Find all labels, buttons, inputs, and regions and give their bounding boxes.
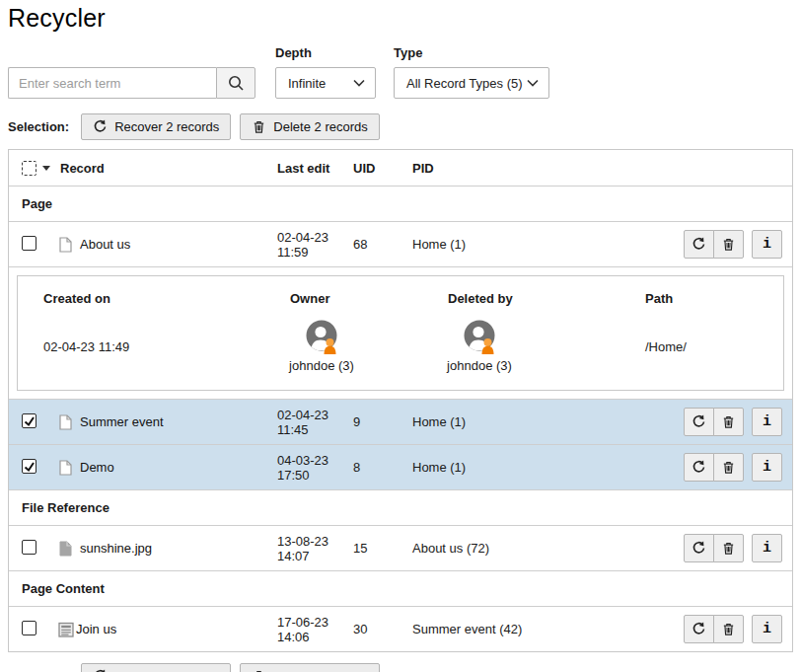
group-header-page-content: Page Content xyxy=(9,570,792,606)
table-header-row: Record Last edit UID PID xyxy=(9,150,792,186)
page-icon xyxy=(58,414,73,430)
table-row[interactable]: Join us 17-06-23 14:06 30 Summer event (… xyxy=(9,606,792,651)
file-icon xyxy=(58,541,73,557)
table-row[interactable]: sunshine.jpg 13-08-23 14:07 15 About us … xyxy=(9,525,792,570)
record-pid: Home (1) xyxy=(412,237,676,252)
detail-deleted-by-label: Deleted by xyxy=(448,291,645,306)
record-uid: 15 xyxy=(353,541,412,556)
record-title: Join us xyxy=(76,622,116,636)
detail-deleted-by: johndoe (3) xyxy=(442,320,517,373)
check-icon xyxy=(23,460,36,473)
trash-icon xyxy=(721,460,736,475)
check-icon xyxy=(23,414,36,427)
record-uid: 30 xyxy=(353,622,412,636)
info-icon: i xyxy=(763,621,771,637)
recover-record-button[interactable] xyxy=(684,453,714,482)
table-row[interactable]: Demo 04-03-23 17:50 8 Home (1) i xyxy=(9,444,792,489)
detail-owner-value: johndoe (3) xyxy=(289,358,354,373)
chevron-down-icon xyxy=(527,79,539,87)
record-last-edit: 02-04-23 11:59 xyxy=(269,230,353,260)
search-button[interactable] xyxy=(216,67,255,99)
selection-bar-bottom: Selection: Recover 2 records Delete 2 re… xyxy=(8,663,793,672)
record-last-edit: 13-08-23 14:07 xyxy=(269,534,353,563)
info-icon: i xyxy=(763,459,771,476)
record-last-edit: 02-04-23 11:45 xyxy=(269,408,353,437)
page-icon xyxy=(58,237,73,253)
record-title: sunshine.jpg xyxy=(80,541,152,556)
records-table: Record Last edit UID PID Page About us 0… xyxy=(8,149,793,652)
type-filter: Type All Record Types (5) xyxy=(394,45,549,99)
search-group xyxy=(8,67,255,99)
filter-bar: Depth Infinite Type All Record Types (5) xyxy=(8,45,793,99)
trash-icon xyxy=(721,237,736,252)
type-label: Type xyxy=(394,45,549,60)
delete-record-button[interactable] xyxy=(713,230,744,259)
table-row[interactable]: About us 02-04-23 11:59 68 Home (1) i xyxy=(9,221,792,266)
record-detail-panel: Created on Owner Deleted by Path 02-04-2… xyxy=(9,266,792,399)
row-checkbox[interactable] xyxy=(22,540,36,555)
recycler-module: Recycler Depth Infinite Type All Record … xyxy=(8,4,793,672)
selection-bar-top: Selection: Recover 2 records Delete 2 re… xyxy=(8,113,793,140)
recover-record-button[interactable] xyxy=(684,615,714,643)
detail-path-value: /Home/ xyxy=(645,339,769,354)
column-header-pid: PID xyxy=(412,161,676,176)
record-title: Summer event xyxy=(80,414,164,429)
delete-record-button[interactable] xyxy=(713,615,744,643)
undo-icon xyxy=(692,237,706,252)
record-last-edit: 04-03-23 17:50 xyxy=(269,453,353,483)
recover-record-button[interactable] xyxy=(684,230,714,259)
recover-selected-button[interactable]: Recover 2 records xyxy=(81,663,231,672)
row-checkbox[interactable] xyxy=(22,621,36,635)
recover-selected-button[interactable]: Recover 2 records xyxy=(81,113,231,140)
undo-icon xyxy=(692,541,706,556)
record-uid: 8 xyxy=(353,460,412,475)
detail-owner-label: Owner xyxy=(290,291,448,306)
depth-label: Depth xyxy=(275,45,376,60)
depth-select-value: Infinite xyxy=(288,76,326,91)
undo-icon xyxy=(692,414,706,429)
info-icon: i xyxy=(763,413,771,430)
record-uid: 68 xyxy=(353,237,412,252)
depth-select[interactable]: Infinite xyxy=(275,67,376,99)
delete-record-button[interactable] xyxy=(713,408,744,436)
record-title: About us xyxy=(80,237,130,252)
search-input[interactable] xyxy=(8,67,216,99)
column-header-last-edit: Last edit xyxy=(269,161,353,176)
record-title: Demo xyxy=(80,460,114,475)
user-avatar-icon xyxy=(463,320,496,355)
recover-record-button[interactable] xyxy=(684,534,714,562)
group-header-file-reference: File Reference xyxy=(9,489,792,525)
undo-icon xyxy=(93,119,108,134)
search-icon xyxy=(228,75,244,91)
recover-record-button[interactable] xyxy=(684,408,714,436)
delete-selected-button[interactable]: Delete 2 records xyxy=(240,663,379,672)
record-pid: About us (72) xyxy=(412,541,676,556)
delete-record-button[interactable] xyxy=(713,534,744,562)
column-header-uid: UID xyxy=(353,161,412,176)
caret-down-icon[interactable] xyxy=(42,166,50,171)
delete-selected-button[interactable]: Delete 2 records xyxy=(240,113,379,140)
detail-deleted-by-value: johndoe (3) xyxy=(447,358,512,373)
info-record-button[interactable]: i xyxy=(752,453,782,482)
info-record-button[interactable]: i xyxy=(752,230,782,259)
group-header-page: Page xyxy=(9,186,792,221)
row-checkbox[interactable] xyxy=(22,413,36,428)
table-row[interactable]: Summer event 02-04-23 11:45 9 Home (1) i xyxy=(9,399,792,444)
type-select[interactable]: All Record Types (5) xyxy=(394,67,549,99)
trash-icon xyxy=(721,414,736,429)
record-last-edit: 17-06-23 14:06 xyxy=(269,615,353,644)
info-record-button[interactable]: i xyxy=(752,408,782,436)
select-all-checkbox[interactable] xyxy=(22,161,36,176)
trash-icon xyxy=(721,541,736,556)
delete-record-button[interactable] xyxy=(713,453,744,482)
row-checkbox[interactable] xyxy=(22,459,36,474)
column-header-record: Record xyxy=(60,161,105,176)
detail-created-on-label: Created on xyxy=(43,291,290,306)
trash-icon xyxy=(721,622,736,636)
row-checkbox[interactable] xyxy=(22,236,36,251)
page-icon xyxy=(58,460,73,476)
info-record-button[interactable]: i xyxy=(752,534,782,562)
info-record-button[interactable]: i xyxy=(752,615,782,643)
info-icon: i xyxy=(763,236,771,253)
info-icon: i xyxy=(763,540,771,557)
